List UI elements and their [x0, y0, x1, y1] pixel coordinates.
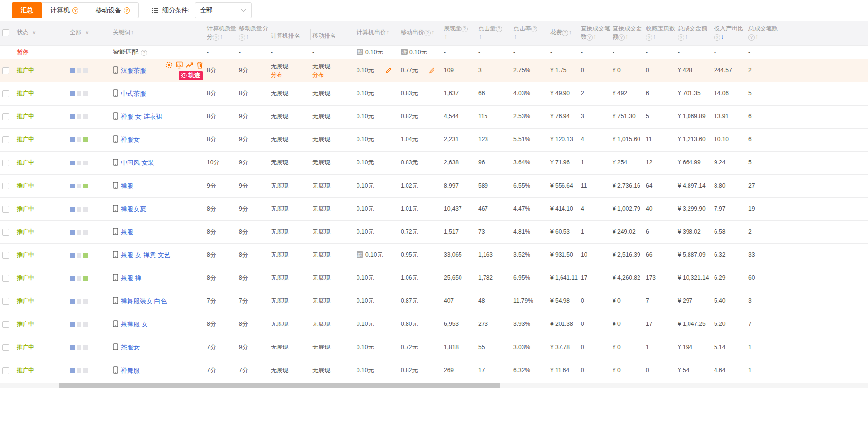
column-header-impressions[interactable]: 展现量?↑ — [442, 21, 476, 45]
bid-value: 0.10元 — [357, 90, 374, 97]
sort-asc-icon[interactable]: ↑ — [653, 33, 656, 40]
column-header-direct_amount[interactable]: 直接成交金额?↑ — [611, 21, 644, 45]
column-header-total_orders[interactable]: 总成交笔数?↑ — [746, 21, 781, 45]
column-header-pc_score[interactable]: 计算机质量分?↑ — [205, 21, 237, 45]
keyword-link[interactable]: 禅服 女 连衣裙 — [121, 113, 162, 120]
column-header-mob_rank[interactable]: 移动排名 — [310, 21, 355, 45]
sort-asc-icon[interactable]: ↑ — [625, 33, 628, 40]
help-icon[interactable]: ? — [714, 34, 720, 41]
column-header-cost[interactable]: 花费?↑ — [548, 21, 579, 45]
keyword-link[interactable]: 茶服 禅 — [121, 274, 142, 282]
direct-amount-cell: ¥ 1,015.60 — [611, 128, 644, 151]
help-icon[interactable]: ? — [239, 34, 245, 41]
help-icon[interactable]: ? — [424, 30, 431, 36]
sort-asc-icon[interactable]: ↑ — [220, 33, 223, 40]
sort-asc-icon[interactable]: ↑ — [569, 29, 572, 36]
sort-asc-icon[interactable]: ↑ — [755, 33, 758, 40]
row-checkbox[interactable] — [2, 90, 9, 97]
keyword-link[interactable]: 禅舞服装女 白色 — [121, 297, 167, 305]
select-all-checkbox[interactable] — [2, 29, 9, 36]
sort-asc-icon[interactable]: ↑ — [246, 33, 249, 40]
targeting-icon[interactable] — [165, 61, 173, 69]
row-checkbox[interactable] — [2, 183, 9, 189]
column-header-mob_score[interactable]: 移动质量分?↑ — [237, 21, 269, 45]
column-header-clicks[interactable]: 点击量?↑ — [476, 21, 511, 45]
help-icon[interactable]: ? — [461, 26, 468, 32]
row-checkbox[interactable] — [2, 136, 9, 143]
help-icon[interactable]: ? — [124, 7, 130, 14]
keyword-link[interactable]: 禅服 — [121, 182, 133, 189]
sort-asc-icon[interactable]: ↑ — [593, 33, 596, 40]
column-header-pc_rank[interactable]: 计算机排名 — [269, 21, 310, 45]
row-checkbox[interactable] — [2, 252, 9, 259]
status-cell: 推广中 — [15, 59, 68, 82]
sort-asc-icon[interactable]: ↑ — [131, 29, 134, 36]
column-header-pc_bid[interactable]: 计算机出价↑ — [355, 21, 399, 45]
row-checkbox[interactable] — [2, 367, 9, 374]
distribution-link[interactable]: 分布 — [312, 71, 355, 79]
column-header-roi[interactable]: 投入产出比?↓ — [712, 21, 746, 45]
help-icon[interactable]: ? — [618, 34, 625, 41]
keyword-link[interactable]: 茶服 — [121, 228, 133, 236]
help-icon[interactable]: ? — [748, 34, 755, 41]
column-header-keyword[interactable]: 关键词↑ — [111, 21, 205, 45]
row-checkbox[interactable] — [2, 113, 9, 120]
keyword-link[interactable]: 禅舞服 — [121, 367, 140, 374]
help-icon[interactable]: ? — [72, 7, 78, 14]
distribution-link[interactable]: 分布 — [271, 71, 310, 79]
edit-bid-icon[interactable] — [429, 67, 435, 74]
tab-summary[interactable]: 汇总 — [12, 2, 42, 18]
help-icon[interactable]: ? — [496, 26, 502, 32]
row-checkbox[interactable] — [2, 67, 9, 74]
keyword-link[interactable]: 茶服女 — [121, 344, 140, 351]
trend-chart-icon[interactable] — [186, 61, 193, 69]
delete-icon[interactable] — [196, 61, 203, 69]
report-icon[interactable] — [176, 61, 183, 69]
sort-asc-icon[interactable]: ↑ — [685, 33, 688, 40]
keyword-action-icons — [165, 61, 203, 69]
segment-select[interactable]: 全部 — [195, 2, 252, 18]
keyword-link[interactable]: 中式茶服 — [121, 90, 146, 97]
bid-type-badge: 默 — [357, 251, 363, 258]
dropdown-caret-icon[interactable]: ∨ — [85, 30, 89, 35]
column-header-mob_bid[interactable]: 移动出价?↑ — [399, 21, 442, 45]
dropdown-caret-icon[interactable]: ∨ — [32, 30, 36, 35]
horizontal-scrollbar-thumb[interactable] — [59, 383, 500, 388]
row-checkbox[interactable] — [2, 206, 9, 213]
sort-desc-icon[interactable]: ↓ — [721, 33, 724, 40]
tab-computer[interactable]: 计算机 ? — [42, 2, 87, 18]
sort-asc-icon[interactable]: ↑ — [431, 29, 434, 36]
keyword-link[interactable]: 汉服茶服 — [121, 67, 146, 74]
help-icon[interactable]: ? — [531, 26, 537, 32]
column-header-ctr[interactable]: 点击率?↑ — [511, 21, 548, 45]
column-header-direct_orders[interactable]: 直接成交笔数?↑ — [579, 21, 611, 45]
help-icon[interactable]: ? — [213, 34, 219, 41]
row-checkbox[interactable] — [2, 344, 9, 351]
column-header-status[interactable]: 状态∨ — [15, 21, 68, 45]
column-header-campaign[interactable]: 全部∨ — [68, 21, 111, 45]
help-icon[interactable]: ? — [562, 30, 568, 36]
sort-asc-icon[interactable]: ↑ — [386, 29, 389, 36]
keyword-link[interactable]: 茶禅服 女 — [121, 321, 148, 328]
help-icon[interactable]: ? — [646, 34, 652, 41]
sort-asc-icon[interactable]: ↑ — [514, 33, 517, 40]
row-checkbox[interactable] — [2, 160, 9, 166]
help-icon[interactable]: ? — [678, 34, 684, 41]
sort-asc-icon[interactable]: ↑ — [444, 33, 447, 40]
keyword-link[interactable]: 禅服女夏 — [121, 205, 146, 213]
row-checkbox[interactable] — [2, 275, 9, 282]
column-header-favorites[interactable]: 收藏宝贝数?↑ — [644, 21, 676, 45]
help-icon[interactable]: ? — [141, 50, 147, 56]
tab-mobile[interactable]: 移动设备 ? — [87, 2, 139, 18]
keyword-link[interactable]: 茶服 女 禅意 文艺 — [121, 251, 171, 259]
row-checkbox[interactable] — [2, 321, 9, 328]
help-icon[interactable]: ? — [587, 34, 593, 41]
keyword-link[interactable]: 禅服女 — [121, 136, 140, 143]
row-checkbox[interactable] — [2, 229, 9, 236]
edit-bid-icon[interactable] — [385, 67, 392, 74]
sort-asc-icon[interactable]: ↑ — [479, 33, 482, 40]
column-header-total_amount[interactable]: 总成交金额?↑ — [676, 21, 712, 45]
keyword-link[interactable]: 中国风 女装 — [121, 159, 154, 166]
row-checkbox[interactable] — [2, 298, 9, 305]
track-badge[interactable]: 轨迹 — [179, 71, 203, 80]
